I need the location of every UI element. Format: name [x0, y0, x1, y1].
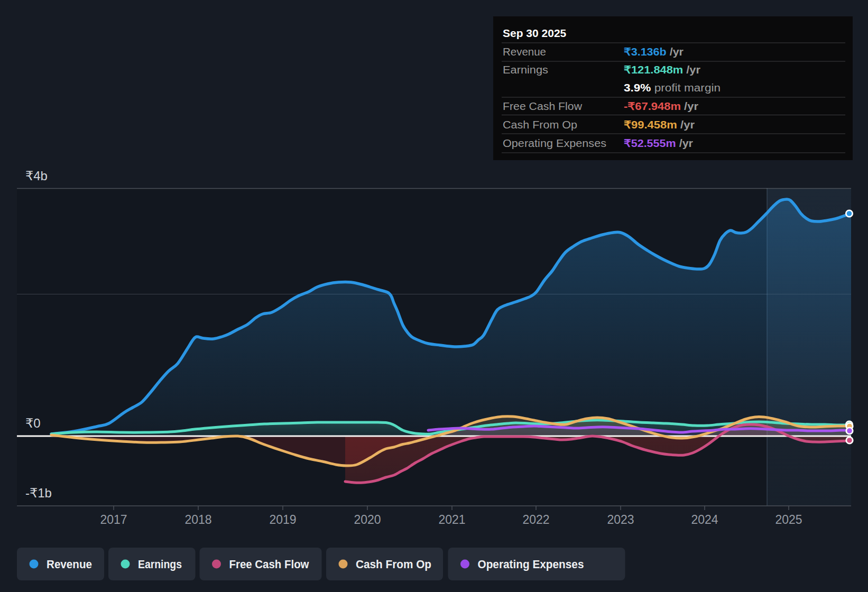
- svg-text:2021: 2021: [438, 513, 465, 526]
- svg-text:-₹67.948m /yr: -₹67.948m /yr: [624, 100, 698, 112]
- svg-text:2018: 2018: [184, 513, 211, 526]
- svg-text:Earnings: Earnings: [503, 64, 548, 76]
- svg-text:₹99.458m /yr: ₹99.458m /yr: [624, 119, 695, 131]
- svg-text:2023: 2023: [607, 513, 634, 526]
- svg-text:2022: 2022: [522, 513, 549, 526]
- svg-text:Operating Expenses: Operating Expenses: [503, 137, 606, 149]
- svg-text:Sep 30 2025: Sep 30 2025: [503, 27, 567, 39]
- svg-text:2020: 2020: [354, 513, 381, 526]
- svg-text:Revenue: Revenue: [503, 46, 546, 58]
- svg-text:Cash From Op: Cash From Op: [503, 119, 577, 131]
- svg-text:2025: 2025: [775, 513, 802, 526]
- svg-text:₹121.848m /yr: ₹121.848m /yr: [624, 64, 700, 76]
- svg-text:Cash From Op: Cash From Op: [356, 558, 431, 571]
- svg-text:₹52.555m /yr: ₹52.555m /yr: [624, 137, 693, 149]
- svg-text:Free Cash Flow: Free Cash Flow: [503, 100, 583, 112]
- svg-text:2024: 2024: [691, 513, 718, 526]
- svg-text:3.9% profit margin: 3.9% profit margin: [624, 82, 721, 94]
- svg-text:2017: 2017: [100, 513, 127, 526]
- svg-text:Earnings: Earnings: [138, 558, 182, 571]
- svg-text:₹3.136b /yr: ₹3.136b /yr: [624, 46, 684, 58]
- svg-text:₹4b: ₹4b: [25, 169, 48, 183]
- svg-text:2019: 2019: [269, 513, 296, 526]
- svg-text:₹0: ₹0: [25, 416, 41, 430]
- svg-text:Free Cash Flow: Free Cash Flow: [229, 558, 310, 571]
- svg-text:Revenue: Revenue: [47, 558, 92, 571]
- svg-text:Operating Expenses: Operating Expenses: [478, 558, 584, 571]
- svg-text:-₹1b: -₹1b: [25, 486, 52, 500]
